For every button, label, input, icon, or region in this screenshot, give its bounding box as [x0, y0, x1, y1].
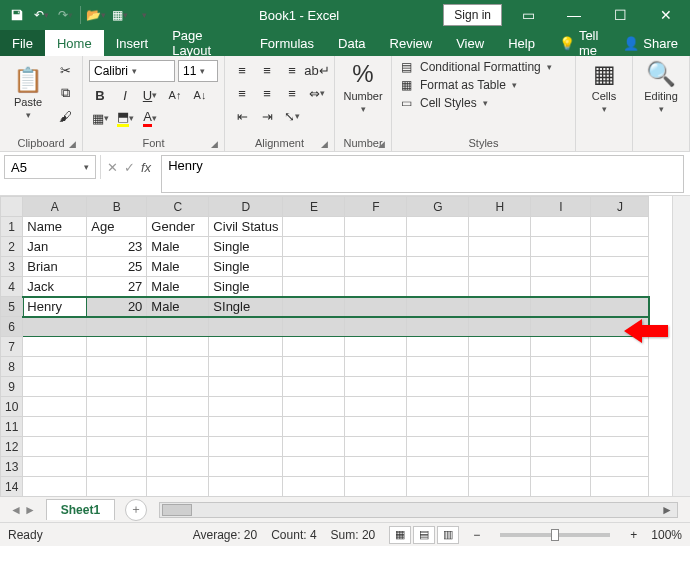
cell[interactable] — [283, 377, 345, 397]
worksheet-grid[interactable]: ABCDEFGHIJ1NameAgeGenderCivil Status2Jan… — [0, 196, 690, 496]
cell[interactable]: Brian — [23, 257, 87, 277]
sheet-nav-next-icon[interactable]: ► — [24, 503, 36, 517]
ribbon-options-icon[interactable]: ▭ — [508, 0, 548, 30]
cell[interactable]: Single — [209, 277, 283, 297]
decrease-font-icon[interactable]: A↓ — [189, 85, 211, 105]
row-header[interactable]: 9 — [1, 377, 23, 397]
share-button[interactable]: 👤Share — [611, 30, 690, 56]
cell[interactable] — [531, 417, 591, 437]
cell[interactable] — [345, 397, 407, 417]
cell[interactable]: Age — [87, 217, 147, 237]
cell[interactable] — [469, 457, 531, 477]
tab-view[interactable]: View — [444, 30, 496, 56]
cell[interactable] — [209, 417, 283, 437]
cell[interactable] — [531, 437, 591, 457]
cell[interactable] — [87, 357, 147, 377]
cell[interactable]: Male — [147, 297, 209, 317]
maximize-icon[interactable]: ☐ — [600, 0, 640, 30]
cell[interactable] — [209, 357, 283, 377]
column-header[interactable]: F — [345, 197, 407, 217]
cell[interactable] — [345, 317, 407, 337]
column-header[interactable]: I — [531, 197, 591, 217]
cell[interactable] — [209, 377, 283, 397]
cell[interactable] — [469, 437, 531, 457]
cell[interactable]: Gender — [147, 217, 209, 237]
cell[interactable]: Single — [209, 257, 283, 277]
font-color-button[interactable]: A▾ — [139, 108, 161, 128]
align-right-icon[interactable]: ≡ — [281, 83, 303, 103]
cell[interactable] — [469, 217, 531, 237]
cell[interactable] — [407, 397, 469, 417]
row-header[interactable]: 4 — [1, 277, 23, 297]
row-header[interactable]: 2 — [1, 237, 23, 257]
row-header[interactable]: 3 — [1, 257, 23, 277]
cell[interactable] — [531, 257, 591, 277]
cell[interactable] — [407, 337, 469, 357]
cell[interactable] — [531, 297, 591, 317]
cell[interactable] — [345, 417, 407, 437]
qat-customize-icon[interactable]: ▾ — [133, 4, 155, 26]
row-header[interactable]: 8 — [1, 357, 23, 377]
cell[interactable]: Male — [147, 237, 209, 257]
row-header[interactable]: 1 — [1, 217, 23, 237]
cell[interactable] — [407, 317, 469, 337]
cell[interactable] — [531, 397, 591, 417]
tab-page-layout[interactable]: Page Layout — [160, 30, 248, 56]
cell[interactable] — [23, 417, 87, 437]
row-header[interactable]: 6 — [1, 317, 23, 337]
row-header[interactable]: 10 — [1, 397, 23, 417]
hscroll-thumb[interactable] — [162, 504, 192, 516]
cell[interactable]: 25 — [87, 257, 147, 277]
cell[interactable] — [147, 477, 209, 497]
cell[interactable] — [209, 437, 283, 457]
cell[interactable] — [147, 437, 209, 457]
cell[interactable] — [531, 217, 591, 237]
cell[interactable] — [147, 377, 209, 397]
cell[interactable] — [147, 397, 209, 417]
tab-formulas[interactable]: Formulas — [248, 30, 326, 56]
cell[interactable] — [23, 317, 87, 337]
cell[interactable] — [469, 317, 531, 337]
cell[interactable]: 23 — [87, 237, 147, 257]
undo-icon[interactable]: ↶▾ — [30, 4, 52, 26]
cell[interactable] — [283, 437, 345, 457]
cell[interactable] — [283, 357, 345, 377]
cell[interactable] — [283, 317, 345, 337]
cell[interactable] — [591, 377, 649, 397]
paste-button[interactable]: 📋 Paste ▾ — [6, 60, 50, 126]
cell[interactable] — [531, 477, 591, 497]
cell[interactable] — [283, 477, 345, 497]
column-header[interactable]: B — [87, 197, 147, 217]
tab-home[interactable]: Home — [45, 30, 104, 56]
row-header[interactable]: 7 — [1, 337, 23, 357]
tab-insert[interactable]: Insert — [104, 30, 161, 56]
enter-formula-icon[interactable]: ✓ — [124, 160, 135, 175]
cell[interactable] — [87, 397, 147, 417]
cell[interactable] — [531, 317, 591, 337]
row-header[interactable]: 11 — [1, 417, 23, 437]
cell[interactable] — [591, 357, 649, 377]
cell[interactable] — [283, 277, 345, 297]
cell[interactable] — [407, 257, 469, 277]
row-header[interactable]: 12 — [1, 437, 23, 457]
cell[interactable] — [407, 417, 469, 437]
cell-styles-button[interactable]: ▭Cell Styles ▾ — [398, 96, 569, 110]
increase-indent-icon[interactable]: ⇥ — [256, 106, 278, 126]
cell[interactable] — [407, 217, 469, 237]
increase-font-icon[interactable]: A↑ — [164, 85, 186, 105]
cell[interactable] — [469, 377, 531, 397]
cell[interactable]: 20 — [87, 297, 147, 317]
cell[interactable]: Name — [23, 217, 87, 237]
cell[interactable]: Civil Status — [209, 217, 283, 237]
cell[interactable]: Jan — [23, 237, 87, 257]
column-header[interactable]: C — [147, 197, 209, 217]
cell[interactable] — [591, 397, 649, 417]
sheet-tab-active[interactable]: Sheet1 — [46, 499, 115, 520]
number-format-button[interactable]: % Number ▾ — [341, 60, 385, 114]
number-launcher-icon[interactable]: ◢ — [378, 139, 385, 149]
cell[interactable] — [345, 377, 407, 397]
grid-icon[interactable]: ▦▾ — [109, 4, 131, 26]
copy-icon[interactable]: ⧉ — [54, 83, 76, 103]
cell[interactable] — [407, 277, 469, 297]
underline-button[interactable]: U▾ — [139, 85, 161, 105]
